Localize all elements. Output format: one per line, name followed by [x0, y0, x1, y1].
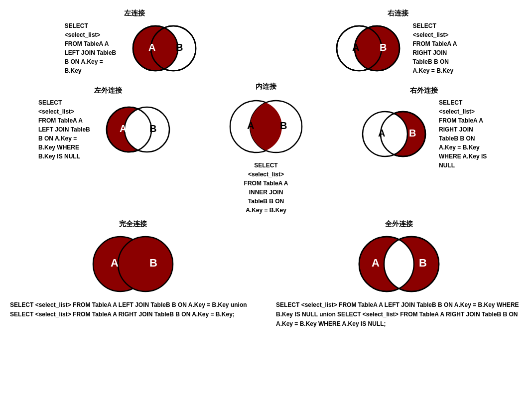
full-outer-join-card: 全外连接 A B SELECT <select_list> FROM Ta — [271, 220, 527, 329]
svg-text:B: B — [280, 120, 287, 131]
svg-text:B: B — [176, 42, 183, 53]
inner-join-code: SELECT <select_list> FROM TableA A INNER… — [239, 161, 293, 215]
right-outer-join-card: 右外连接 A B SELECT <select_list> FROM Table… — [321, 82, 527, 174]
right-join-card: 右连接 A B — [268, 5, 527, 80]
right-join-title: 右连接 — [388, 9, 408, 18]
left-join-title: 左连接 — [124, 9, 145, 18]
right-join-diagram: A B — [328, 21, 408, 76]
inner-join-card: 内连接 A B SELECT <select_list> FROM TableA… — [216, 82, 316, 215]
svg-text:A: A — [148, 42, 155, 53]
svg-point-35 — [118, 237, 173, 291]
svg-text:A: A — [120, 123, 127, 134]
svg-text:B: B — [419, 257, 427, 269]
left-outer-join-diagram: A B — [98, 102, 178, 157]
left-outer-join-title: 左外连接 — [94, 86, 122, 95]
svg-text:B: B — [149, 123, 156, 134]
right-outer-join-code: SELECT <select_list> FROM TableA A RIGHT… — [439, 98, 494, 170]
svg-text:B: B — [409, 128, 416, 139]
left-outer-join-code: SELECT <select_list> FROM TableA A LEFT … — [38, 98, 93, 161]
right-join-code: SELECT <select_list> FROM TableA A RIGHT… — [413, 21, 468, 75]
full-outer-join-title: 全外连接 — [385, 220, 413, 229]
svg-text:B: B — [380, 42, 387, 53]
inner-join-title: 内连接 — [256, 82, 276, 91]
right-outer-join-title: 右外连接 — [410, 86, 438, 95]
full-join-card: 完全连接 A B SELECT <select_list> FROM Table… — [5, 220, 261, 329]
left-outer-join-card: 左外连接 SELECT <select_list> FROM TableA A … — [5, 82, 211, 165]
right-outer-join-diagram: A B — [354, 107, 434, 161]
svg-text:A: A — [372, 257, 380, 269]
svg-text:A: A — [378, 128, 385, 139]
svg-text:A: A — [247, 120, 254, 131]
left-join-code: SELECT <select_list> FROM TableA A LEFT … — [65, 21, 120, 75]
full-join-code: SELECT <select_list> FROM TableA A LEFT … — [5, 300, 261, 319]
full-join-diagram: A B — [83, 232, 183, 296]
left-join-card: 左连接 SELECT <select_list> FROM TableA A L… — [5, 5, 264, 80]
full-join-title: 完全连接 — [119, 220, 147, 229]
left-join-diagram: A B — [125, 21, 204, 76]
svg-text:A: A — [352, 42, 359, 53]
svg-text:A: A — [111, 257, 119, 269]
full-outer-join-code: SELECT <select_list> FROM TableA A LEFT … — [271, 300, 527, 329]
full-outer-join-diagram: A B — [349, 232, 449, 296]
svg-text:B: B — [149, 257, 157, 269]
inner-join-diagram: A B — [221, 94, 311, 159]
